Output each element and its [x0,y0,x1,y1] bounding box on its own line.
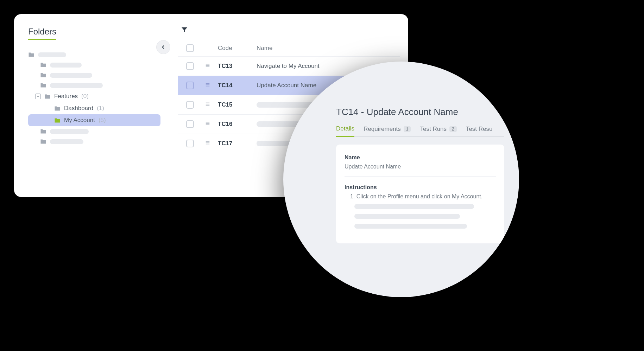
filter-icon [181,27,188,33]
test-code: TC15 [218,101,257,108]
placeholder [50,83,103,88]
placeholder [38,52,66,57]
folder-icon [40,129,46,134]
folder-icon [54,106,61,111]
row-checkbox[interactable] [186,120,194,128]
detail-panel: TC14 - Update Account Name Details Requi… [283,62,519,297]
filter-button[interactable] [181,27,400,34]
folder-icon [40,83,46,88]
instruction-step: 1. Click on the Profile menu and click o… [350,193,496,200]
name-field-label: Name [345,154,496,161]
test-runs-count-badge: 2 [449,126,457,132]
column-header-name[interactable]: Name [257,45,400,52]
row-checkbox[interactable] [186,101,194,109]
placeholder [354,204,474,209]
instructions-field-label: Instructions [345,184,496,191]
collapse-toggle-icon[interactable]: − [35,94,41,99]
folders-sidebar: Folders − Featur [14,14,169,197]
folder-icon [40,139,46,144]
folder-icon [28,52,34,57]
placeholder [354,214,460,219]
column-header-code[interactable]: Code [218,45,257,52]
test-code: TC16 [218,121,257,128]
tree-item[interactable] [28,50,160,60]
tree-label: Dashboard [64,105,93,112]
tree-item-my-account[interactable]: My Account (5) [28,114,160,126]
tab-details[interactable]: Details [336,125,354,137]
tree-item-dashboard[interactable]: Dashboard (1) [28,102,160,114]
tree-count: (1) [97,105,104,112]
sidebar-title: Folders [28,27,56,40]
tab-test-results[interactable]: Test Resu [466,126,493,136]
drag-handle-icon[interactable] [205,121,218,128]
tree-label: Features [54,93,78,100]
collapse-sidebar-button[interactable] [156,40,170,54]
chevron-left-icon [161,45,166,50]
tab-requirements[interactable]: Requirements 1 [364,126,411,136]
detail-title: TC14 - Update Account Name [336,107,504,117]
table-header: Code Name [178,44,400,57]
test-code: TC13 [218,63,257,70]
tree-item[interactable] [28,80,160,90]
placeholder [50,129,89,134]
detail-card: Name Update Account Name Instructions 1.… [336,145,504,243]
tree-label: My Account [64,117,95,124]
tree-item[interactable] [28,70,160,80]
drag-handle-icon[interactable] [205,140,218,147]
folder-icon [44,94,51,99]
tree-item[interactable] [28,126,160,136]
folder-icon [54,118,61,123]
select-all-checkbox[interactable] [186,44,194,52]
drag-handle-icon[interactable] [205,63,218,70]
name-field-value: Update Account Name [345,164,496,177]
drag-handle-icon[interactable] [205,82,218,89]
tree-count: (5) [99,117,106,124]
folder-icon [40,72,46,78]
row-checkbox[interactable] [186,62,194,70]
drag-handle-icon[interactable] [205,101,218,108]
row-checkbox[interactable] [186,140,194,147]
tree-count: (0) [81,93,89,100]
tab-test-runs[interactable]: Test Runs 2 [420,126,456,136]
placeholder [354,224,467,229]
placeholder [50,139,83,144]
test-code: TC17 [218,140,257,147]
test-code: TC14 [218,82,257,89]
placeholder [50,63,82,68]
row-checkbox[interactable] [186,82,194,89]
requirements-count-badge: 1 [404,126,411,132]
tree-item[interactable] [28,60,160,70]
folder-icon [40,62,46,68]
tree-item[interactable] [28,136,160,147]
placeholder [50,73,92,78]
detail-tabs: Details Requirements 1 Test Runs 2 Test … [336,125,504,137]
folder-tree: − Features (0) Dashboard (1) My Account … [28,50,160,147]
tree-item-features[interactable]: − Features (0) [28,90,160,102]
